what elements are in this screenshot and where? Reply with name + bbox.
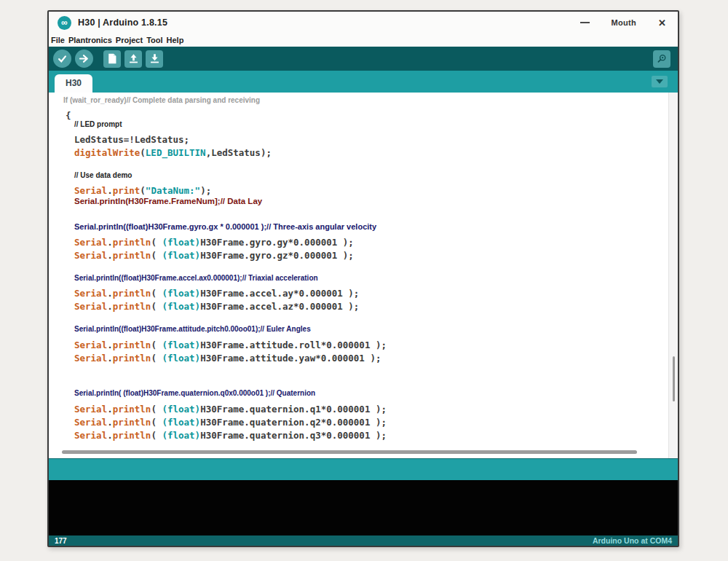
code-line: Serial.println( (float)H30Frame.accel.ay… xyxy=(74,288,359,299)
code-line: Serial.println( (float)H30Frame.quaterni… xyxy=(74,389,315,398)
code-line: // LED prompt xyxy=(74,120,122,129)
code-line: Serial.println( (float)H30Frame.accel.az… xyxy=(74,301,359,312)
code-line: Serial.println( (float)H30Frame.gyro.gy*… xyxy=(74,237,354,248)
code-line: LedStatus=!LedStatus; xyxy=(74,134,189,145)
tab-list-button[interactable] xyxy=(652,76,668,87)
window-title: H30 | Arduino 1.8.15 xyxy=(78,17,167,28)
serial-monitor-button[interactable] xyxy=(653,50,670,68)
menu-help[interactable]: Help xyxy=(167,36,184,44)
code-line: Serial.println(H30Frame.FrameNum];// Dat… xyxy=(74,197,262,207)
menu-sketch[interactable]: Project xyxy=(116,36,143,44)
menu-edit[interactable]: Plantronics xyxy=(68,36,112,44)
code-line: Serial.println( (float)H30Frame.quaterni… xyxy=(74,417,387,428)
new-sketch-button[interactable] xyxy=(103,50,121,68)
upload-button[interactable] xyxy=(75,50,93,68)
code-line: Serial.println( (float)H30Frame.quaterni… xyxy=(74,404,387,415)
minimize-button[interactable] xyxy=(580,22,590,23)
code-line: Serial.println((float)H30Frame.accel.ax0… xyxy=(74,274,318,283)
verify-button[interactable] xyxy=(53,50,71,68)
maximize-button[interactable]: Mouth xyxy=(612,18,636,27)
save-icon xyxy=(149,53,160,64)
tab-strip: H30 xyxy=(49,71,678,93)
console-output xyxy=(49,480,678,536)
serial-monitor-icon xyxy=(657,53,668,64)
open-button[interactable] xyxy=(124,50,142,68)
window-controls: Mouth ✕ xyxy=(580,17,678,28)
menu-tools[interactable]: Tool xyxy=(146,36,162,44)
status-bar: 177 Arduino Uno at COM4 xyxy=(49,536,678,546)
tab-h30[interactable]: H30 xyxy=(55,74,92,93)
code-line: Serial.print("DataNum:"); xyxy=(74,185,211,196)
code-line: Serial.println( (float)H30Frame.gyro.gz*… xyxy=(74,250,354,261)
code-line: // Use data demo xyxy=(74,171,132,180)
code-line: Serial.println((float)H30Frame.gyro.gx *… xyxy=(74,222,376,232)
open-icon xyxy=(128,53,139,64)
chevron-down-icon xyxy=(656,79,663,84)
code-line: If (wait_ror_ready)// Complete data pars… xyxy=(63,96,260,105)
board-port-info: Arduino Uno at COM4 xyxy=(593,536,678,545)
status-band xyxy=(49,458,678,480)
close-button[interactable]: ✕ xyxy=(658,17,666,28)
code-line: digitalWrite(LED_BUILTIN,LedStatus); xyxy=(74,147,272,158)
new-sketch-icon xyxy=(107,53,117,64)
toolbar xyxy=(49,47,678,71)
code-editor[interactable]: If (wait_ror_ready)// Complete data pars… xyxy=(49,93,678,458)
code-line: Serial.println((float)H30Frame.attitude.… xyxy=(74,325,311,334)
line-number: 177 xyxy=(49,537,67,545)
title-bar: ∞ H30 | Arduino 1.8.15 Mouth ✕ xyxy=(49,12,678,34)
arduino-ide-window: ∞ H30 | Arduino 1.8.15 Mouth ✕ File Plan… xyxy=(47,10,679,547)
code-line: Serial.println( (float)H30Frame.attitude… xyxy=(74,353,381,364)
upload-icon xyxy=(79,53,90,64)
code-line: Serial.println( (float)H30Frame.quaterni… xyxy=(74,430,387,441)
code-line: { xyxy=(66,110,71,121)
vertical-scrollbar[interactable] xyxy=(668,93,678,458)
arduino-logo-icon: ∞ xyxy=(58,16,71,30)
vertical-scrollbar-thumb[interactable] xyxy=(673,356,675,401)
horizontal-scrollbar-thumb[interactable] xyxy=(62,450,637,454)
menu-file[interactable]: File xyxy=(51,36,65,44)
menu-bar: File Plantronics Project Tool Help xyxy=(49,34,678,47)
code-line: Serial.println( (float)H30Frame.attitude… xyxy=(74,340,387,350)
save-button[interactable] xyxy=(146,50,163,68)
verify-icon xyxy=(57,53,68,64)
